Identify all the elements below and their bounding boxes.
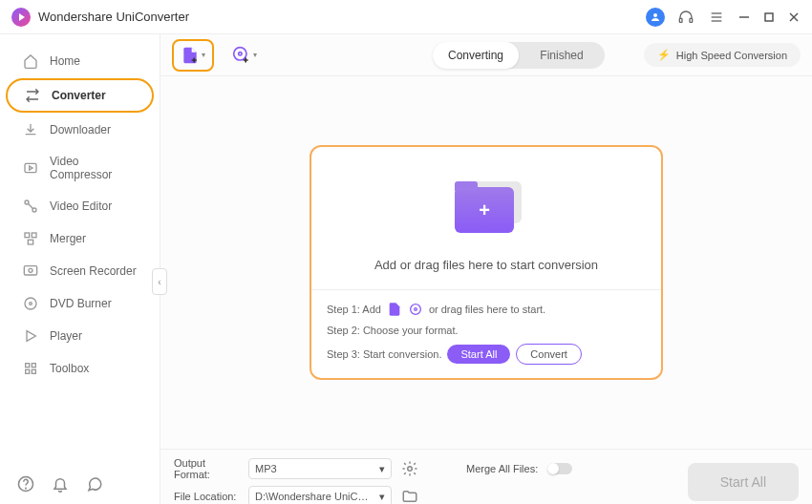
dvd-icon: [23, 296, 38, 311]
dropzone-text: Add or drag files here to start conversi…: [374, 258, 598, 272]
maximize-icon[interactable]: [762, 10, 776, 24]
settings-gear-icon[interactable]: [401, 460, 418, 477]
output-format-label: Output Format:: [174, 457, 239, 480]
folder-add-icon: +: [443, 174, 529, 241]
sidebar-item-compressor[interactable]: Video Compressor: [6, 147, 154, 189]
open-folder-icon[interactable]: [401, 488, 418, 504]
tab-converting[interactable]: Converting: [433, 42, 519, 69]
tab-finished[interactable]: Finished: [519, 42, 605, 69]
svg-marker-22: [27, 331, 35, 342]
sidebar-item-label: Video Compressor: [50, 155, 137, 181]
chat-icon[interactable]: [86, 475, 103, 493]
add-file-button[interactable]: ▾: [172, 39, 214, 72]
add-dvd-button[interactable]: ▾: [224, 39, 266, 72]
svg-point-31: [411, 304, 421, 315]
sidebar-item-dvd[interactable]: DVD Burner: [6, 288, 154, 319]
sidebar-item-toolbox[interactable]: Toolbox: [6, 353, 154, 384]
sidebar: ‹ Home Converter Downloader Video Compre…: [0, 34, 160, 504]
svg-point-33: [408, 467, 413, 472]
converter-icon: [25, 88, 40, 103]
file-location-label: File Location:: [174, 491, 239, 502]
toolbar: ▾ ▾ Converting Finished ⚡ High Speed Con…: [160, 34, 812, 76]
app-title: Wondershare UniConverter: [38, 10, 189, 24]
sidebar-item-label: Home: [50, 54, 80, 68]
svg-point-20: [25, 298, 36, 309]
sidebar-item-merger[interactable]: Merger: [6, 223, 154, 254]
sidebar-item-label: Toolbox: [50, 362, 89, 375]
tabs: Converting Finished: [433, 42, 605, 69]
convert-pill[interactable]: Convert: [516, 344, 582, 365]
merger-icon: [23, 231, 38, 246]
add-disc-icon: [408, 302, 423, 317]
chevron-down-icon: ▾: [253, 51, 257, 59]
sidebar-item-player[interactable]: Player: [6, 321, 154, 351]
sidebar-item-label: Downloader: [50, 123, 111, 136]
svg-point-0: [653, 13, 657, 17]
svg-rect-18: [24, 266, 36, 275]
merge-label: Merge All Files:: [466, 463, 538, 474]
sidebar-item-home[interactable]: Home: [6, 46, 154, 76]
sidebar-item-label: Merger: [50, 232, 86, 245]
svg-rect-26: [32, 369, 35, 373]
file-location-select[interactable]: D:\Wondershare UniConverter ▾: [248, 486, 392, 504]
titlebar: Wondershare UniConverter: [0, 0, 812, 34]
recorder-icon: [23, 263, 38, 279]
chevron-down-icon: ▾: [379, 491, 385, 503]
sidebar-item-label: Screen Recorder: [50, 264, 137, 278]
home-icon: [23, 53, 38, 69]
editor-icon: [23, 199, 38, 214]
sidebar-item-downloader[interactable]: Downloader: [6, 115, 154, 145]
svg-point-21: [30, 303, 32, 305]
close-icon[interactable]: [787, 10, 801, 24]
chevron-down-icon: ▾: [379, 463, 385, 475]
sidebar-item-label: Video Editor: [50, 200, 112, 213]
svg-rect-7: [765, 13, 773, 21]
nav-list: Home Converter Downloader Video Compress…: [0, 34, 160, 464]
svg-rect-1: [679, 18, 682, 22]
svg-rect-17: [28, 240, 32, 244]
main-area: ▾ ▾ Converting Finished ⚡ High Speed Con…: [160, 34, 812, 504]
sidebar-item-editor[interactable]: Video Editor: [6, 191, 154, 221]
svg-rect-15: [25, 233, 30, 238]
sidebar-item-label: DVD Burner: [50, 297, 112, 310]
start-all-button[interactable]: Start All: [688, 463, 799, 501]
svg-marker-11: [30, 166, 32, 170]
svg-point-30: [239, 52, 242, 54]
svg-rect-16: [32, 233, 36, 238]
sidebar-collapse-button[interactable]: ‹: [152, 268, 167, 295]
bottombar: Output Format: MP3 ▾ Merge All Files: Fi…: [160, 449, 812, 504]
sidebar-item-converter[interactable]: Converter: [6, 78, 154, 113]
step-3: Step 3: Start conversion. Start All Conv…: [327, 344, 646, 365]
svg-point-29: [234, 47, 246, 59]
svg-point-28: [26, 488, 27, 489]
menu-icon[interactable]: [707, 8, 726, 27]
help-icon[interactable]: [17, 475, 34, 493]
step-1: Step 1: Add or drag files here to start.: [327, 302, 646, 317]
start-all-pill[interactable]: Start All: [447, 345, 510, 364]
player-icon: [23, 328, 38, 344]
sidebar-item-recorder[interactable]: Screen Recorder: [6, 256, 154, 286]
headset-icon[interactable]: [676, 8, 695, 27]
app-logo: [11, 8, 31, 27]
svg-line-14: [28, 203, 32, 208]
svg-point-19: [29, 268, 32, 272]
sidebar-item-label: Converter: [52, 89, 106, 102]
sidebar-item-label: Player: [50, 329, 82, 343]
svg-point-32: [415, 308, 417, 311]
merge-toggle[interactable]: [547, 463, 572, 474]
user-avatar-icon[interactable]: [646, 8, 665, 27]
bell-icon[interactable]: [52, 475, 69, 493]
svg-rect-25: [26, 369, 30, 373]
chevron-down-icon: ▾: [202, 51, 205, 59]
minimize-icon[interactable]: [737, 10, 751, 24]
svg-rect-23: [26, 364, 30, 368]
step-2: Step 2: Choose your format.: [327, 325, 646, 336]
dropzone[interactable]: + Add or drag files here to start conver…: [310, 145, 663, 380]
svg-rect-2: [690, 18, 693, 22]
output-format-select[interactable]: MP3 ▾: [248, 458, 392, 479]
add-file-icon: [387, 302, 402, 317]
high-speed-button[interactable]: ⚡ High Speed Conversion: [644, 43, 801, 67]
svg-rect-24: [32, 364, 35, 368]
svg-rect-10: [25, 163, 36, 172]
compressor-icon: [23, 160, 38, 176]
